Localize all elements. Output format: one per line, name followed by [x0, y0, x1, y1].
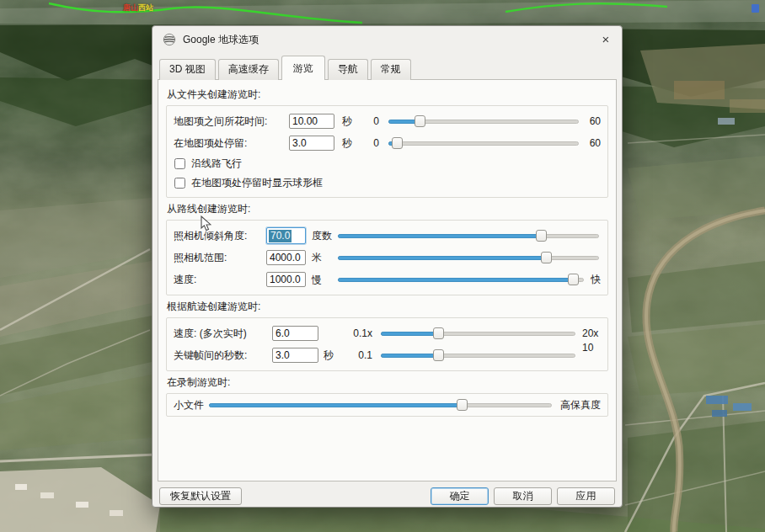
slider-min-label: 慢: [306, 273, 336, 287]
dialog-title: Google 地球选项: [183, 33, 259, 47]
group-track-tour: 速度: (多次实时) 0.1x 20x 关键帧间的秒数: 秒 0.1: [166, 317, 608, 371]
slider-thumb[interactable]: [457, 399, 468, 411]
time-between-slider[interactable]: [388, 114, 579, 128]
slider-max-label: 60: [580, 115, 601, 127]
section-header-folder-tour: 从文件夹创建游览时:: [167, 88, 608, 102]
tab-cache[interactable]: 高速缓存: [218, 59, 279, 80]
track-speed-slider[interactable]: [381, 327, 575, 340]
checkbox-label: 在地图项处停留时显示球形框: [191, 176, 323, 190]
track-speed-input[interactable]: [272, 326, 318, 341]
unit-label: 度数: [306, 229, 336, 243]
restore-defaults-button[interactable]: 恢复默认设置: [159, 487, 242, 505]
slider-thumb[interactable]: [392, 137, 403, 149]
slider-thumb[interactable]: [433, 349, 444, 361]
tab-touring[interactable]: 游览: [281, 56, 325, 80]
slider-thumb[interactable]: [415, 115, 425, 127]
close-icon[interactable]: ×: [596, 31, 615, 48]
fly-along-lines-checkbox[interactable]: [174, 158, 185, 169]
keyframe-seconds-input[interactable]: [272, 348, 318, 363]
slider-max-label: 快: [586, 273, 601, 287]
section-header-line-tour: 从路线创建游览时:: [167, 202, 608, 216]
ok-button[interactable]: 确定: [431, 487, 489, 505]
google-earth-options-dialog: Google 地球选项 × 3D 视图 高速缓存 游览 导航 常规 从文件夹创建…: [152, 25, 623, 508]
station-label-part1: 唐山: [123, 3, 138, 12]
map-label-marker: [752, 4, 759, 13]
unit-label: 秒: [334, 136, 361, 151]
field-label: 速度:: [174, 273, 266, 287]
wait-at-feature-input[interactable]: [289, 136, 334, 151]
group-recording: 小文件 高保真度: [166, 393, 608, 417]
slider-thumb[interactable]: [433, 327, 444, 339]
slider-fill: [338, 256, 547, 260]
station-label-part2: 西站: [138, 3, 153, 12]
row-track-speed: 速度: (多次实时) 0.1x 20x: [174, 322, 601, 344]
slider-min-label: 0.1x: [337, 327, 379, 339]
field-label: 速度: (多次实时): [174, 327, 272, 341]
line-speed-input[interactable]: [266, 272, 306, 287]
field-label: 关键帧间的秒数:: [174, 348, 272, 363]
dialog-titlebar[interactable]: Google 地球选项 ×: [152, 26, 622, 53]
mouse-cursor: [201, 215, 212, 232]
slider-thumb[interactable]: [541, 252, 552, 263]
slider-fill: [209, 403, 463, 407]
camera-tilt-input[interactable]: 70.0: [266, 227, 306, 244]
field-label: 照相机倾斜角度:: [174, 229, 266, 243]
field-label: 地图项之间所花时间:: [174, 114, 289, 129]
touring-tab-page: 从文件夹创建游览时: 地图项之间所花时间: 秒 0 60 在地图项处停留: 秒 …: [158, 79, 617, 481]
unit-label: 秒: [334, 114, 361, 129]
slider-min-label: 0: [361, 137, 387, 149]
slider-fill: [381, 332, 439, 336]
checkbox-label: 沿线路飞行: [191, 157, 242, 171]
selected-text: 70.0: [269, 230, 292, 242]
group-line-tour: 照相机倾斜角度: 70.0 度数 照相机范围: 米: [166, 220, 608, 295]
recording-quality-slider[interactable]: [209, 398, 552, 412]
row-fly-along-lines: 沿线路飞行: [174, 154, 601, 173]
section-header-recording: 在录制游览时:: [167, 375, 608, 390]
google-earth-icon: [163, 33, 176, 46]
row-camera-range: 照相机范围: 米: [174, 247, 601, 269]
unit-label: 米: [306, 251, 336, 265]
show-balloon-checkbox[interactable]: [174, 178, 185, 189]
slider-min-label: 小文件: [174, 398, 207, 412]
slider-thumb[interactable]: [536, 230, 547, 242]
cancel-button[interactable]: 取消: [494, 487, 552, 505]
dialog-footer: 恢复默认设置 确定 取消 应用: [152, 481, 622, 505]
camera-range-input[interactable]: [266, 250, 306, 265]
row-camera-tilt: 照相机倾斜角度: 70.0 度数: [174, 225, 601, 247]
unit-label: 秒: [318, 348, 337, 363]
row-keyframe-seconds: 关键帧间的秒数: 秒 0.1 10: [174, 344, 601, 366]
row-speed: 速度: 慢 快: [174, 269, 601, 290]
tab-general[interactable]: 常规: [371, 59, 411, 80]
slider-fill: [381, 354, 439, 358]
row-recording-quality: 小文件 高保真度: [174, 396, 601, 414]
slider-fill: [338, 278, 574, 282]
group-folder-tour: 地图项之间所花时间: 秒 0 60 在地图项处停留: 秒 0: [166, 105, 608, 198]
camera-tilt-slider[interactable]: [338, 229, 599, 242]
slider-thumb[interactable]: [568, 274, 579, 285]
camera-range-slider[interactable]: [338, 251, 599, 264]
slider-min-label: 0.1: [337, 349, 379, 361]
wait-at-feature-slider[interactable]: [388, 136, 579, 150]
slider-min-label: 0: [361, 115, 387, 127]
keyframe-seconds-slider[interactable]: [381, 348, 575, 362]
apply-button[interactable]: 应用: [557, 487, 615, 505]
tab-3d-view[interactable]: 3D 视图: [159, 59, 216, 80]
time-between-input[interactable]: [289, 114, 334, 129]
field-label: 照相机范围:: [174, 251, 266, 265]
row-time-between-features: 地图项之间所花时间: 秒 0 60: [174, 110, 601, 132]
tab-bar: 3D 视图 高速缓存 游览 导航 常规: [152, 53, 622, 79]
slider-max-label: 10: [577, 342, 601, 354]
field-label: 在地图项处停留:: [174, 136, 289, 151]
tab-navigation[interactable]: 导航: [328, 59, 368, 80]
slider-fill: [338, 234, 542, 238]
line-speed-slider[interactable]: [338, 273, 584, 286]
slider-max-label: 高保真度: [554, 398, 601, 412]
slider-max-label: 60: [580, 137, 601, 149]
row-wait-at-feature: 在地图项处停留: 秒 0 60: [174, 132, 601, 154]
slider-track[interactable]: [388, 141, 579, 146]
map-station-label: 唐山西站: [123, 3, 153, 13]
section-header-track-tour: 根据航迹创建游览时:: [167, 300, 608, 314]
slider-max-label: 20x: [577, 327, 601, 339]
row-show-balloon: 在地图项处停留时显示球形框: [174, 173, 601, 193]
